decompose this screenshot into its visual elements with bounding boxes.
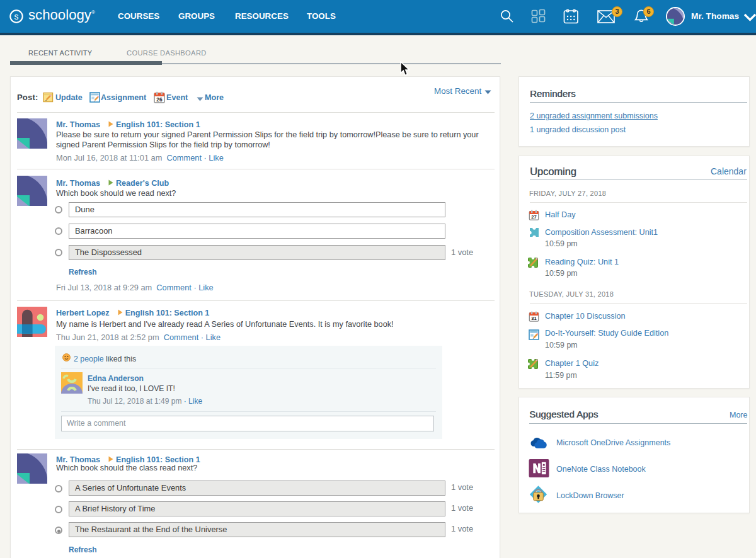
- svg-text:31: 31: [531, 316, 537, 321]
- svg-text:26: 26: [156, 96, 163, 103]
- svg-text:s: s: [14, 12, 19, 21]
- svg-text:27: 27: [531, 214, 536, 220]
